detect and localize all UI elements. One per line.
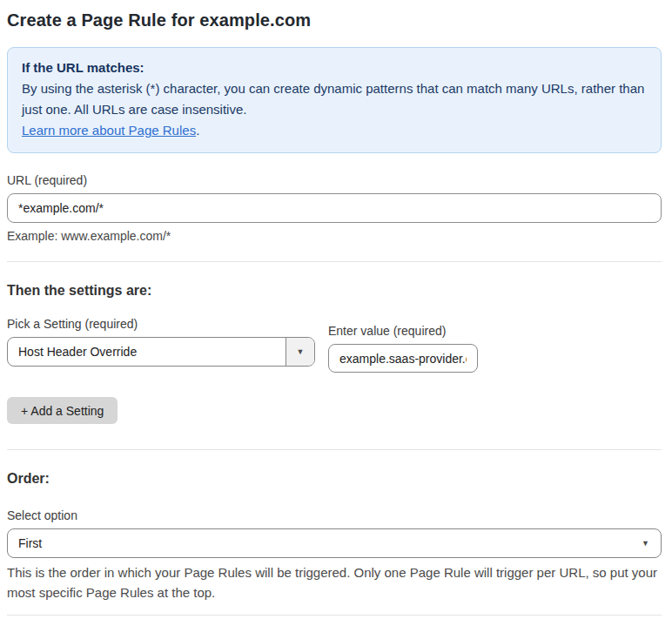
setting-select-value: Host Header Override bbox=[8, 338, 286, 366]
setting-select-label: Pick a Setting (required) bbox=[7, 317, 315, 331]
order-select-value: First bbox=[8, 529, 642, 557]
link-suffix: . bbox=[196, 123, 199, 138]
info-box-link-line: Learn more about Page Rules. bbox=[22, 120, 647, 141]
setting-select-column: Pick a Setting (required) Host Header Ov… bbox=[7, 317, 315, 367]
divider bbox=[7, 615, 662, 616]
order-select-label: Select option bbox=[7, 508, 662, 522]
setting-select[interactable]: Host Header Override ▼ bbox=[7, 337, 315, 367]
chevron-down-icon: ▼ bbox=[297, 348, 305, 356]
settings-section-heading: Then the settings are: bbox=[7, 283, 662, 299]
chevron-down-icon: ▼ bbox=[642, 540, 649, 548]
info-box-body: By using the asterisk (*) character, you… bbox=[22, 78, 647, 120]
setting-value-input[interactable] bbox=[328, 344, 478, 373]
setting-select-dropdown-button[interactable]: ▼ bbox=[286, 338, 314, 366]
page-rule-form: Create a Page Rule for example.com If th… bbox=[0, 0, 672, 619]
url-input[interactable] bbox=[7, 193, 662, 223]
setting-value-label: Enter value (required) bbox=[328, 324, 478, 338]
divider bbox=[7, 449, 662, 450]
order-section-heading: Order: bbox=[7, 471, 662, 487]
learn-more-link[interactable]: Learn more about Page Rules bbox=[22, 123, 196, 138]
url-field-label: URL (required) bbox=[7, 173, 662, 187]
order-hint: This is the order in which your Page Rul… bbox=[7, 562, 658, 602]
url-matches-info-box: If the URL matches: By using the asteris… bbox=[7, 47, 662, 153]
setting-row: Pick a Setting (required) Host Header Ov… bbox=[7, 317, 662, 373]
add-setting-button[interactable]: + Add a Setting bbox=[7, 397, 118, 424]
url-field-hint: Example: www.example.com/* bbox=[7, 229, 662, 243]
info-box-heading: If the URL matches: bbox=[22, 57, 647, 78]
page-title: Create a Page Rule for example.com bbox=[7, 10, 662, 30]
divider bbox=[7, 261, 662, 262]
setting-value-column: Enter value (required) bbox=[328, 324, 478, 373]
order-select-dropdown-area: ▼ bbox=[642, 529, 661, 557]
order-select[interactable]: First ▼ bbox=[7, 528, 662, 558]
